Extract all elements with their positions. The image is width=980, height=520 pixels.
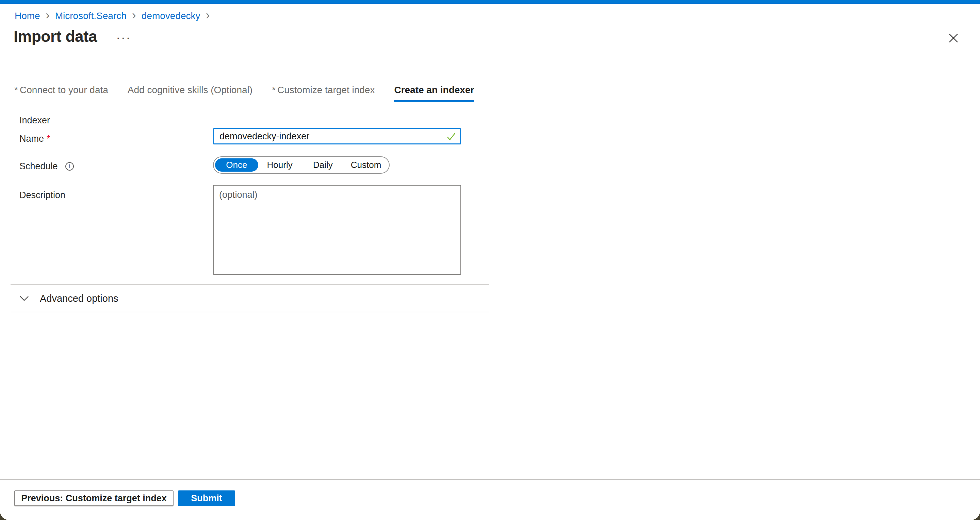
description-textarea[interactable] (213, 185, 461, 275)
breadcrumb-link-home[interactable]: Home (14, 10, 40, 22)
info-icon[interactable]: i (65, 162, 74, 171)
tab-connect-to-your-data[interactable]: *Connect to your data (14, 84, 108, 102)
schedule-label: Schedule (19, 160, 58, 172)
footer-divider (0, 479, 980, 480)
previous-button[interactable]: Previous: Customize target index (14, 490, 173, 506)
chevron-right-icon: › (46, 10, 50, 21)
tab-label: Create an indexer (394, 85, 474, 95)
indexer-name-input[interactable] (213, 128, 461, 144)
wizard-tabs: *Connect to your data Add cognitive skil… (14, 84, 474, 102)
tab-add-cognitive-skills[interactable]: Add cognitive skills (Optional) (127, 84, 253, 102)
more-options-button[interactable]: ··· (115, 32, 132, 43)
tab-label: Customize target index (277, 85, 375, 95)
breadcrumb-link-demovedecky[interactable]: demovedecky (142, 10, 200, 22)
schedule-option-daily[interactable]: Daily (301, 159, 345, 172)
breadcrumb: Home › Microsoft.Search › demovedecky › (14, 10, 210, 22)
advanced-options-label: Advanced options (40, 292, 118, 305)
section-label-indexer: Indexer (19, 114, 50, 126)
close-button[interactable] (945, 29, 962, 47)
tab-label: Add cognitive skills (Optional) (127, 85, 253, 95)
tab-customize-target-index[interactable]: *Customize target index (272, 84, 375, 102)
name-label: Name* (19, 133, 50, 144)
chevron-down-icon (19, 296, 29, 301)
required-asterisk: * (47, 133, 50, 144)
required-step-marker: * (272, 85, 275, 95)
schedule-option-custom[interactable]: Custom (344, 159, 388, 172)
schedule-option-hourly[interactable]: Hourly (258, 159, 301, 172)
divider (11, 312, 489, 312)
top-accent-bar (0, 0, 980, 4)
required-step-marker: * (14, 85, 18, 95)
schedule-option-once[interactable]: Once (215, 159, 258, 172)
import-data-blade: Home › Microsoft.Search › demovedecky › … (0, 0, 980, 520)
advanced-options-toggle[interactable]: Advanced options (19, 292, 118, 305)
submit-button[interactable]: Submit (178, 490, 235, 506)
close-icon (949, 33, 958, 43)
tab-label: Connect to your data (20, 85, 108, 95)
chevron-right-icon: › (132, 10, 136, 21)
tab-create-an-indexer[interactable]: Create an indexer (394, 84, 474, 102)
schedule-toggle: Once Hourly Daily Custom (213, 156, 390, 174)
page-title: Import data (14, 27, 97, 46)
description-label: Description (19, 189, 65, 201)
schedule-label-row: Schedule i (19, 160, 74, 172)
divider (11, 284, 489, 285)
breadcrumb-link-microsoft-search[interactable]: Microsoft.Search (55, 10, 127, 22)
checkmark-icon (446, 132, 456, 141)
chevron-right-icon: › (206, 10, 210, 21)
name-label-text: Name (19, 133, 44, 144)
more-icon: ··· (116, 30, 131, 45)
